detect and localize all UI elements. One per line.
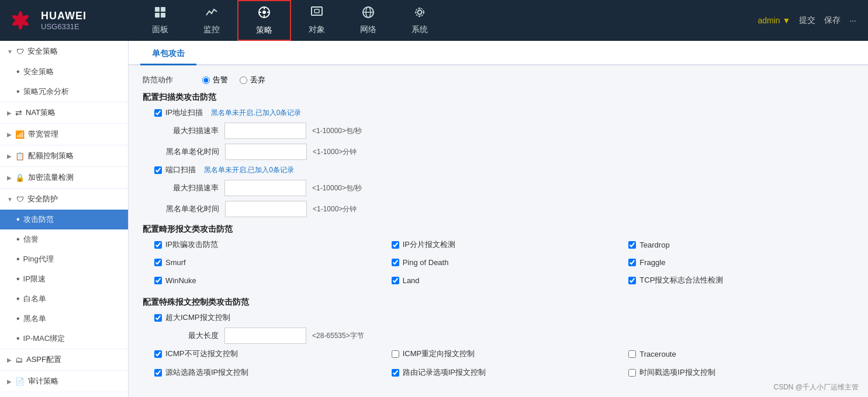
sidebar-item-ping-proxy-label: Ping代理 [23, 254, 54, 264]
nav-tabs: 面板 监控 策略 对象 网络 [134, 0, 758, 41]
sidebar-item-whitelist-label: 白名单 [23, 294, 46, 304]
bullet-reputation: • [16, 234, 20, 245]
max-length-input[interactable]: 4000 [224, 328, 306, 344]
sidebar-group-bandwidth[interactable]: ▶ 📶 带宽管理 [0, 124, 128, 145]
special-section-title: 配置特殊报文控制类攻击防范 [143, 297, 854, 308]
sidebar: ▼ 🛡 安全策略 • 安全策略 • 策略冗余分析 ▶ ⇄ NAT策略 [0, 41, 129, 397]
nav-tab-monitor[interactable]: 监控 [186, 0, 237, 41]
sidebar-item-ip-mac[interactable]: • IP-MAC绑定 [0, 329, 128, 349]
ip-scan-link[interactable]: 黑名单未开启,已加入0条记录 [211, 108, 301, 118]
sidebar-group-audit-label: 审计策略 [28, 376, 58, 386]
radio-group-defense: 告警 丢弃 [202, 75, 265, 85]
sidebar-item-reputation[interactable]: • 信誉 [0, 229, 128, 249]
sidebar-item-whitelist[interactable]: • 白名单 [0, 289, 128, 309]
port-scan-checkbox[interactable] [154, 166, 162, 174]
sidebar-item-ip-limit[interactable]: • IP限速 [0, 269, 128, 289]
sidebar-group-security-policy[interactable]: ▼ 🛡 安全策略 [0, 41, 128, 62]
ip-scan-section: IP地址扫描 黑名单未开启,已加入0条记录 最大扫描速率 4000 <1-100… [154, 107, 854, 160]
main-layout: ▼ 🛡 安全策略 • 安全策略 • 策略冗余分析 ▶ ⇄ NAT策略 [0, 41, 868, 397]
tcp-flag-checkbox[interactable] [628, 277, 636, 284]
port-scan-section: 端口扫描 黑名单未开启,已加入0条记录 最大扫描速率 4000 <1-10000… [154, 165, 854, 217]
route-record-row: 路由记录选项IP报文控制 [392, 367, 617, 378]
svg-point-21 [418, 11, 422, 15]
form-area: 防范动作 告警 丢弃 配置扫描类攻击防范 I [129, 65, 868, 397]
port-scan-link[interactable]: 黑名单未开启,已加入0条记录 [204, 165, 294, 175]
route-record-checkbox[interactable] [392, 369, 399, 377]
sidebar-group-nat[interactable]: ▶ ⇄ NAT策略 [0, 102, 128, 123]
apply-row: 应用 [143, 391, 854, 397]
radio-discard[interactable]: 丢弃 [240, 75, 265, 85]
tab-single-packet-attack[interactable]: 单包攻击 [140, 44, 196, 65]
sidebar-item-ip-limit-label: IP限速 [23, 274, 46, 284]
smurf-checkbox[interactable] [154, 259, 162, 266]
nav-tab-policy[interactable]: 策略 [237, 0, 291, 41]
sidebar-group-aspf[interactable]: ▶ 🗂 ASPF配置 [0, 349, 128, 370]
large-icmp-checkbox[interactable] [154, 314, 162, 322]
expand-arrow-quota: ▶ [7, 153, 12, 159]
nav-tab-system[interactable]: 系统 [394, 0, 445, 41]
sidebar-item-policy-redundancy[interactable]: • 策略冗余分析 [0, 82, 128, 102]
large-icmp-section: 超大ICMP报文控制 最大长度 4000 <28-65535>字节 [154, 312, 854, 344]
icmp-unreachable-checkbox[interactable] [154, 350, 162, 358]
expand-arrow-aspf: ▶ [7, 357, 12, 363]
icmp-unreachable-label: ICMP不可达报文控制 [165, 349, 238, 359]
nav-tab-dashboard[interactable]: 面板 [134, 0, 186, 41]
blacklist-age-input[interactable]: 20 [225, 144, 307, 160]
max-scan-rate2-hint: <1-10000>包/秒 [312, 183, 362, 193]
ping-of-death-checkbox[interactable] [392, 259, 399, 266]
encrypt-icon: 🔒 [15, 173, 25, 182]
expand-arrow-encrypt: ▶ [7, 175, 12, 181]
admin-dropdown[interactable]: admin ▼ [758, 16, 790, 25]
huawei-logo [6, 8, 35, 33]
sidebar-item-ip-mac-label: IP-MAC绑定 [23, 333, 65, 344]
max-length-hint: <28-65535>字节 [312, 331, 364, 341]
max-scan-rate2-row: 最大扫描速率 4000 <1-10000>包/秒 [166, 180, 854, 196]
winnuke-checkbox[interactable] [154, 277, 162, 284]
tab-label-single-packet: 单包攻击 [152, 48, 185, 58]
sidebar-item-security-policy[interactable]: • 安全策略 [0, 62, 128, 82]
sidebar-group-audit[interactable]: ▶ 📄 审计策略 [0, 371, 128, 392]
ip-scan-checkbox[interactable] [154, 109, 162, 117]
sidebar-section-bandwidth: ▶ 📶 带宽管理 [0, 124, 128, 145]
sidebar-group-sp-label: 安全防护 [27, 194, 58, 204]
content-area: 单包攻击 防范动作 告警 丢弃 配置扫描类 [129, 41, 868, 397]
land-checkbox[interactable] [392, 277, 399, 284]
time-select-row: 时间戳选项IP报文控制 [628, 367, 854, 378]
save-button[interactable]: 保存 [824, 15, 841, 26]
sidebar-group-quota[interactable]: ▶ 📋 配额控制策略 [0, 145, 128, 166]
radio-alert[interactable]: 告警 [202, 75, 228, 85]
nav-tab-network[interactable]: 网络 [343, 0, 394, 41]
bullet-security-policy: • [16, 67, 20, 77]
time-select-checkbox[interactable] [628, 369, 636, 377]
submit-button[interactable]: 提交 [799, 15, 815, 26]
radio-alert-input[interactable] [202, 76, 210, 84]
teardrop-checkbox[interactable] [628, 241, 636, 249]
more-button[interactable]: ··· [849, 16, 856, 25]
nav-tab-object[interactable]: 对象 [291, 0, 343, 41]
src-route-checkbox[interactable] [154, 369, 162, 377]
sidebar-group-security-protection[interactable]: ▼ 🛡 安全防护 [0, 189, 128, 210]
blacklist-age-hint: <1-1000>分钟 [313, 147, 357, 157]
ip-spoof-checkbox[interactable] [154, 241, 162, 249]
blacklist-age2-input[interactable]: 20 [225, 201, 307, 217]
sidebar-item-attack-defense[interactable]: • 攻击防范 [0, 210, 128, 229]
ip-frag-checkbox[interactable] [392, 241, 399, 249]
sidebar-group-encrypt[interactable]: ▶ 🔒 加密流量检测 [0, 167, 128, 188]
nav-tab-system-label: 系统 [411, 25, 428, 35]
route-record-label: 路由记录选项IP报文控制 [403, 367, 486, 378]
radio-discard-input[interactable] [240, 76, 247, 84]
sidebar-item-blacklist[interactable]: • 黑名单 [0, 309, 128, 329]
deformed-checkboxes: IP欺骗攻击防范 IP分片报文检测 Teardrop Smurf Ping of… [154, 239, 854, 290]
sidebar-item-ping-proxy[interactable]: • Ping代理 [0, 249, 128, 269]
sidebar-group-aspf-label: ASPF配置 [26, 354, 61, 365]
radio-alert-label: 告警 [213, 75, 228, 85]
max-scan-rate-input[interactable]: 4000 [224, 123, 306, 139]
winnuke-row: WinNuke [154, 275, 380, 285]
large-icmp-row: 超大ICMP报文控制 [154, 312, 854, 323]
icmp-redirect-checkbox[interactable] [392, 350, 399, 358]
max-scan-rate2-input[interactable]: 4000 [224, 180, 306, 196]
fraggle-checkbox[interactable] [628, 259, 636, 266]
traceroute-checkbox[interactable] [628, 350, 636, 358]
sidebar-item-policy-redundancy-label: 策略冗余分析 [23, 86, 69, 97]
src-route-label: 源站选路选项IP报文控制 [165, 367, 248, 378]
